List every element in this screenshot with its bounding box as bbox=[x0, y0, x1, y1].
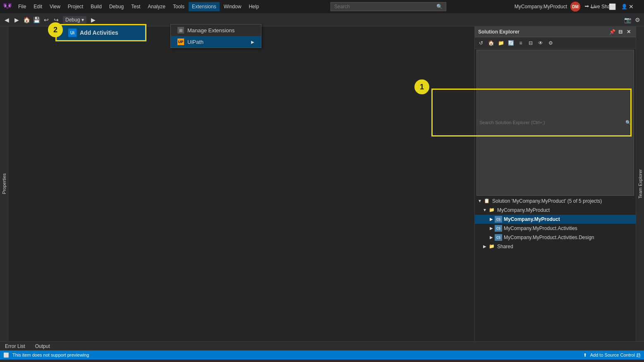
toolbar-settings-btn[interactable]: ⚙ bbox=[632, 15, 642, 25]
status-text: This item does not support previewing bbox=[12, 352, 89, 357]
product-name-label: MyCompany.MyProduct bbox=[515, 4, 567, 10]
menu-view[interactable]: View bbox=[46, 2, 64, 11]
tree-mycompany-activities[interactable]: ▶ cs MyCompany.MyProduct.Activities bbox=[475, 224, 636, 233]
live-share-button[interactable]: ⮕ Live Share bbox=[581, 2, 618, 11]
tree-mycompany-myproduct[interactable]: ▶ cs MyCompany.MyProduct bbox=[475, 215, 636, 224]
se-refresh-btn[interactable]: ↺ bbox=[476, 38, 486, 48]
menu-help[interactable]: Help bbox=[245, 2, 262, 11]
status-bar-right: ⬆ Add to Source Control 趋 bbox=[583, 352, 641, 358]
solution-root-node[interactable]: ▼ 📋 Solution 'MyCompany.MyProduct' (5 of… bbox=[475, 197, 636, 206]
solution-explorer-search-box[interactable]: 🔍 bbox=[476, 50, 634, 196]
solution-root-label: Solution 'MyCompany.MyProduct' (5 of 5 p… bbox=[492, 198, 602, 204]
title-bar-center: 🔍 bbox=[262, 2, 515, 11]
solution-explorer-title: Solution Explorer bbox=[478, 29, 520, 35]
se-properties-btn[interactable]: ⚙ bbox=[546, 38, 555, 48]
status-icon: ⬜ bbox=[3, 352, 9, 358]
toolbar-start-btn[interactable]: ▶ bbox=[88, 15, 98, 25]
step-badge-1: 1 bbox=[414, 79, 429, 94]
menu-edit[interactable]: Edit bbox=[30, 2, 45, 11]
add-activities-icon: Ui bbox=[68, 29, 77, 37]
menu-test[interactable]: Test bbox=[128, 2, 144, 11]
manage-extensions-label: Manage Extensions bbox=[187, 27, 235, 34]
se-folder-btn[interactable]: 📁 bbox=[496, 38, 505, 48]
se-header-controls: 📌 ⊟ ✕ bbox=[608, 28, 632, 36]
add-activities-button[interactable]: Ui Add Activities bbox=[55, 24, 146, 41]
se-sync-btn[interactable]: 🔄 bbox=[506, 38, 515, 48]
toolbar-back-btn[interactable]: ◀ bbox=[2, 15, 12, 25]
menu-project[interactable]: Project bbox=[65, 2, 86, 11]
manage-extensions-icon: ⊞ bbox=[177, 27, 184, 34]
upload-icon: ⬆ bbox=[583, 352, 587, 358]
team-explorer-sidebar[interactable]: Team Explorer bbox=[636, 26, 644, 341]
toolbar-undo-btn[interactable]: ↩ bbox=[41, 15, 51, 25]
tree-shared[interactable]: ▶ 📁 Shared bbox=[475, 242, 636, 251]
solution-explorer-search-input[interactable] bbox=[479, 120, 625, 125]
title-bar: File Edit View Project Build Debug Test … bbox=[0, 0, 644, 13]
uipath-arrow-icon: ▶ bbox=[251, 40, 254, 44]
project-icon-2: cs bbox=[495, 225, 502, 232]
extensions-dropdown-menu: ⊞ Manage Extensions UP UiPath ▶ bbox=[170, 24, 261, 48]
solution-explorer-header: Solution Explorer 📌 ⊟ ✕ bbox=[475, 26, 636, 37]
menu-extensions[interactable]: Extensions bbox=[189, 2, 220, 11]
manage-extensions-item[interactable]: ⊞ Manage Extensions bbox=[171, 24, 261, 36]
properties-label: Properties bbox=[2, 173, 7, 194]
se-dock-btn[interactable]: ⊟ bbox=[617, 28, 624, 36]
vs-logo bbox=[3, 2, 12, 11]
properties-sidebar[interactable]: Properties bbox=[0, 26, 8, 341]
global-search-input[interactable] bbox=[334, 4, 436, 10]
menu-debug[interactable]: Debug bbox=[106, 2, 127, 11]
debug-mode-dropdown[interactable]: Debug ▾ bbox=[63, 16, 86, 24]
error-list-tab[interactable]: Error List bbox=[3, 343, 27, 350]
project-icon-3: cs bbox=[495, 234, 502, 241]
menu-window[interactable]: Window bbox=[220, 2, 245, 11]
menu-file[interactable]: File bbox=[15, 2, 29, 11]
uipath-item[interactable]: UP UiPath ▶ bbox=[171, 36, 261, 48]
solution-tree: ▼ 📋 Solution 'MyCompany.MyProduct' (5 of… bbox=[475, 197, 636, 342]
menu-build[interactable]: Build bbox=[87, 2, 105, 11]
dropdown-arrow-icon: ▾ bbox=[81, 17, 84, 23]
expand-icon-1: ▶ bbox=[488, 217, 495, 221]
menu-analyze[interactable]: Analyze bbox=[144, 2, 169, 11]
project-icon-1: cs bbox=[495, 216, 502, 223]
expand-icon-0: ▼ bbox=[481, 208, 488, 212]
expand-icon-3: ▶ bbox=[488, 235, 495, 240]
se-close-btn[interactable]: ✕ bbox=[625, 28, 632, 36]
menu-tools[interactable]: Tools bbox=[170, 2, 188, 11]
live-share-bar: ⮕ Live Share 👤 bbox=[581, 0, 627, 13]
se-collapse-btn[interactable]: ⊟ bbox=[526, 38, 535, 48]
add-to-source-control-label: Add to Source Control 趋 bbox=[590, 352, 641, 358]
expand-icon-2: ▶ bbox=[488, 226, 495, 230]
tree-label-3: MyCompany.MyProduct.Activities.Design bbox=[504, 235, 594, 240]
tree-mycompany-activities-design[interactable]: ▶ cs MyCompany.MyProduct.Activities.Desi… bbox=[475, 233, 636, 242]
search-icon: 🔍 bbox=[436, 4, 443, 10]
expand-icon-4: ▶ bbox=[481, 244, 488, 249]
project-icon-4: 📁 bbox=[488, 243, 496, 250]
toolbar-forward-btn[interactable]: ▶ bbox=[12, 15, 22, 25]
toolbar-home-btn[interactable]: 🏠 bbox=[22, 15, 31, 25]
user-avatar[interactable]: DM bbox=[570, 2, 580, 12]
toolbar-save-all-btn[interactable]: 💾 bbox=[31, 15, 41, 25]
toolbar-camera-btn[interactable]: 📷 bbox=[622, 15, 632, 25]
main-area: Properties Solution Explorer 📌 ⊟ ✕ ↺ 🏠 📁… bbox=[0, 26, 644, 341]
add-activities-container: 2 Ui Add Activities bbox=[55, 24, 146, 41]
account-icon[interactable]: 👤 bbox=[621, 4, 627, 10]
add-activities-label: Add Activities bbox=[80, 29, 118, 36]
se-filter-btn[interactable]: ≡ bbox=[516, 38, 525, 48]
tree-mycompany-parent[interactable]: ▼ 📁 MyCompany.MyProduct bbox=[475, 206, 636, 215]
uipath-label: UiPath bbox=[187, 39, 203, 45]
se-search-icon: 🔍 bbox=[625, 120, 631, 125]
output-tab[interactable]: Output bbox=[34, 343, 52, 350]
live-share-label: Live Share bbox=[591, 4, 615, 10]
se-pin-btn[interactable]: 📌 bbox=[608, 28, 616, 36]
se-show-all-btn[interactable]: 👁 bbox=[536, 38, 545, 48]
global-search-box[interactable]: 🔍 bbox=[330, 2, 446, 11]
se-home-btn[interactable]: 🏠 bbox=[486, 38, 496, 48]
team-explorer-label: Team Explorer bbox=[638, 169, 643, 199]
solution-folder-icon: 📋 bbox=[483, 198, 491, 204]
step-badge-2: 2 bbox=[48, 22, 63, 37]
title-bar-right: MyCompany.MyProduct DM ⮕ Live Share 👤 bbox=[515, 2, 580, 12]
tree-label-2: MyCompany.MyProduct.Activities bbox=[504, 225, 577, 231]
solution-explorer-toolbar: ↺ 🏠 📁 🔄 ≡ ⊟ 👁 ⚙ bbox=[475, 37, 636, 49]
tree-label-4: Shared bbox=[497, 244, 513, 249]
project-icon-0: 📁 bbox=[488, 207, 496, 213]
